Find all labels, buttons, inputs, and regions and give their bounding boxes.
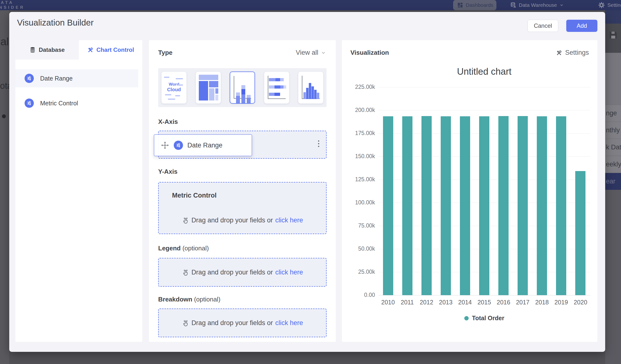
y-axis-section-label: Y-Axis	[158, 168, 178, 175]
x-tick-label: 2012	[417, 299, 436, 306]
type-section-label: Type	[158, 49, 172, 56]
legend-marker	[464, 316, 469, 320]
word-cloud-fragment	[164, 77, 169, 78]
legend-drop-zone[interactable]: Drag and drop your fields or click here	[158, 258, 327, 287]
nav-tab-label: Data Warehouse	[519, 2, 557, 8]
tap-hand-icon	[182, 319, 189, 327]
tap-hand-icon	[182, 269, 189, 276]
y-tick-label: 50.00k	[346, 245, 375, 252]
chart-bar	[575, 171, 586, 295]
nav-tab-dashboards[interactable]: Dashboards	[453, 0, 496, 10]
save-icon	[609, 30, 618, 40]
gear-icon	[598, 2, 605, 9]
move-icon	[161, 141, 169, 150]
histogram-bar-glyph	[306, 88, 309, 99]
cancel-button[interactable]: Cancel	[528, 20, 558, 32]
chart-bar	[460, 116, 470, 295]
chart-title: Untitled chart	[379, 67, 590, 77]
x-tick-label: 2013	[436, 299, 455, 306]
type-card-treemap[interactable]	[196, 71, 221, 104]
y-tick-label: 200.00k	[346, 107, 375, 113]
brand-logo: DATA INSIDER	[0, 0, 25, 10]
dashboards-icon	[457, 2, 463, 8]
view-all-button[interactable]: View all	[296, 49, 326, 56]
treemap-block	[215, 95, 218, 101]
chart-bar	[479, 116, 489, 295]
type-card-histogram[interactable]	[298, 71, 323, 104]
nav-tab-label: Settings	[607, 2, 621, 8]
y-tick-label: 100.00k	[346, 199, 375, 206]
chart-bar	[518, 116, 528, 295]
click-here-link[interactable]: click here	[275, 319, 303, 327]
tab-chart-control[interactable]: Chart Control	[79, 40, 142, 60]
x-tick-label: 2016	[494, 299, 513, 306]
type-card-stacked-bar[interactable]	[264, 71, 289, 104]
background-right-strip: ngenthlyk Dateeeklyear	[605, 10, 621, 364]
sidebar-item-label: Date Range	[40, 75, 72, 82]
x-axis-section-label: X-Axis	[158, 118, 178, 125]
bar-glyph	[269, 93, 280, 96]
metric-control-label: Metric Control	[172, 192, 217, 199]
control-sliders-icon	[174, 141, 183, 150]
x-tick-label: 2014	[455, 299, 475, 306]
background-menu-item: nge	[605, 105, 621, 122]
background-menu-item: eekly	[605, 156, 621, 173]
breakdown-section-label: Breakdown (optional)	[158, 296, 221, 303]
word-cloud-fragment	[175, 95, 180, 96]
drop-hint: Drag and drop your fields or click here	[159, 269, 326, 276]
chart-bar	[421, 116, 432, 295]
column-glyph	[247, 95, 251, 103]
click-here-link[interactable]: click here	[275, 217, 303, 224]
sidebar-item-metric-control[interactable]: Metric Control	[15, 94, 138, 112]
chart-bar	[498, 116, 509, 295]
chart-legend: Total Order	[379, 315, 590, 322]
chart-bar	[537, 116, 547, 295]
y-axis-drop-zone[interactable]: Metric Control Drag and drop your fields…	[158, 182, 327, 234]
tab-label: Database	[39, 47, 65, 53]
word-cloud-fragment	[176, 78, 183, 79]
chart-bar	[383, 116, 393, 295]
type-card-word-cloud[interactable]: Word Cloud	[161, 71, 187, 104]
background-bullet	[2, 114, 6, 118]
x-tick-label: 2019	[552, 299, 571, 306]
dragged-field-date-range[interactable]: Date Range	[154, 134, 252, 156]
y-tick-label: 175.00k	[346, 130, 375, 137]
tab-database[interactable]: Database	[15, 40, 79, 60]
fields-panel: Database Chart Control Date Range	[15, 40, 142, 342]
x-tick-label: 2010	[379, 299, 398, 306]
background-menu-item: nthly	[605, 122, 621, 139]
chart-bar	[556, 116, 566, 295]
background-panel-fragment	[605, 53, 621, 105]
add-button[interactable]: Add	[566, 20, 597, 32]
click-here-link[interactable]: click here	[275, 269, 303, 276]
kebab-menu-icon[interactable]	[318, 140, 319, 147]
chart-settings-button[interactable]: Settings	[556, 49, 589, 56]
tools-icon	[87, 47, 93, 53]
dragged-field-label: Date Range	[187, 142, 223, 149]
background-text-fragment: al	[0, 35, 9, 48]
histogram-bar-glyph	[314, 90, 317, 99]
nav-tab-settings[interactable]: Settings	[598, 0, 621, 10]
y-tick-label: 75.00k	[346, 222, 375, 229]
visualization-header: Visualization	[350, 49, 389, 56]
chevron-down-icon	[559, 3, 564, 7]
y-tick-label: 25.00k	[346, 269, 375, 275]
nav-tab-data-warehouse[interactable]: Data Warehouse	[510, 0, 564, 10]
tap-hand-icon	[182, 217, 189, 224]
modal-title: Visualization Builder	[17, 18, 94, 28]
word-cloud-fragment	[168, 99, 175, 100]
treemap-block	[215, 88, 218, 94]
treemap-block	[209, 81, 218, 87]
drop-hint: Drag and drop your fields or click here	[159, 217, 326, 224]
type-card-stacked-column[interactable]	[230, 71, 255, 104]
x-tick-label: 2018	[533, 299, 552, 306]
sidebar-item-date-range[interactable]: Date Range	[15, 69, 138, 87]
breakdown-drop-zone[interactable]: Drag and drop your fields or click here	[158, 309, 327, 337]
fields-panel-tabs: Database Chart Control	[15, 40, 142, 60]
drop-hint-text: Drag and drop your fields or	[191, 217, 273, 224]
background-navy-block	[605, 10, 621, 24]
drop-hint-text: Drag and drop your fields or	[191, 269, 273, 276]
y-tick-label: 150.00k	[346, 153, 375, 160]
background-menu-item: k Date	[605, 139, 621, 156]
builder-panel: Type View all Word Cloud	[149, 40, 336, 342]
